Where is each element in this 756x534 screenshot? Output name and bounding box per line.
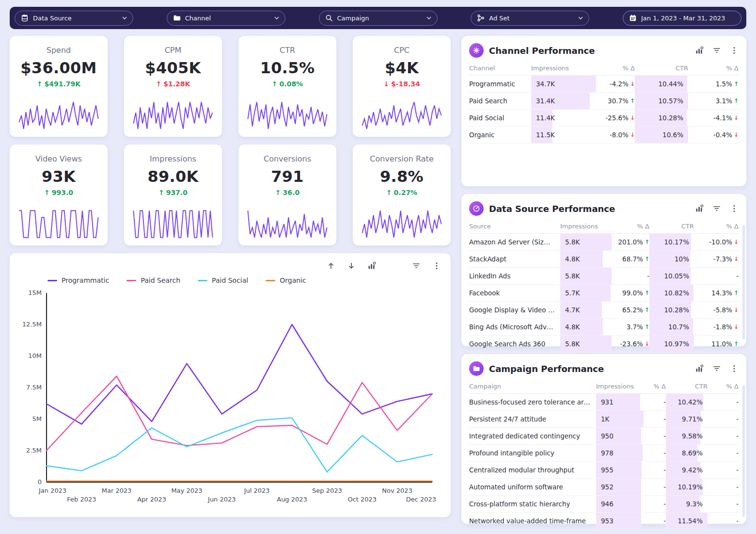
table-row[interactable]: Facebook5.7K99.0%↑10.82%14.3%↑ [469, 285, 739, 302]
chart-settings-icon[interactable] [367, 261, 376, 270]
delta-cell: - [694, 268, 739, 284]
value-bar-cell: 952 [596, 479, 644, 495]
filter-icon[interactable] [712, 204, 721, 213]
kebab-menu-icon[interactable] [730, 364, 739, 373]
kpi-value: 93K [42, 167, 76, 186]
legend-swatch [266, 280, 275, 281]
ad-set-filter[interactable]: Ad Set [471, 11, 589, 26]
filter-icon[interactable] [712, 364, 721, 373]
column-header: % Δ [688, 61, 739, 75]
table-row[interactable]: Programmatic34.7K-4.2%↓10.44%1.5%↑ [469, 76, 739, 93]
delta-value: - [736, 500, 739, 508]
channel-filter[interactable]: Channel [167, 11, 285, 26]
row-label: Organic [469, 127, 531, 143]
filter-icon[interactable] [412, 261, 421, 270]
kebab-menu-icon[interactable] [730, 46, 739, 55]
kebab-menu-icon[interactable] [432, 261, 441, 270]
legend-item[interactable]: Paid Search [126, 276, 180, 284]
kpi-value: $4K [385, 59, 419, 77]
legend-item[interactable]: Organic [266, 276, 306, 284]
delta-value: -5.8% [713, 306, 732, 314]
arrow-down-icon[interactable] [347, 261, 356, 270]
cell-value: 11.54% [673, 517, 708, 525]
delta-value: - [736, 449, 739, 457]
svg-text:Jul 2023: Jul 2023 [244, 487, 270, 494]
kpi-title: Video Views [35, 154, 82, 163]
kpi-delta: ↑$1.28K [156, 80, 190, 88]
table-row[interactable]: Organic11.5K-8.0%↓10.6%-0.4%↓ [469, 127, 739, 144]
column-header: CTR [635, 61, 688, 75]
chevron-down-icon [274, 16, 279, 20]
delta-cell: -7.3%↓ [694, 251, 739, 267]
chart-settings-icon[interactable] [695, 204, 704, 213]
kpi-value: $36.00M [20, 59, 96, 77]
table-row[interactable]: Google Display & Video 3604.7K65.2%↑10.2… [469, 302, 739, 319]
arrow-up-icon[interactable] [327, 261, 335, 270]
row-label: Programmatic [469, 76, 531, 92]
table-row[interactable]: Integrated dedicated contingency950-9.58… [469, 428, 739, 445]
kpi-value: 10.5% [260, 59, 315, 77]
kpi-card-impressions: Impressions 89.0K ↑937.0 [124, 145, 222, 245]
line-chart[interactable]: 02.5M5M7.5M10M12.5M15MJan 2023Feb 2023Ma… [19, 288, 440, 507]
value-bar-cell: 931 [596, 394, 644, 410]
cell-value: 10.42% [673, 398, 708, 406]
table-row[interactable]: Automated uniform software952-10.19%- [469, 479, 739, 496]
sparkline-chart [246, 100, 329, 131]
cell-value: 955 [596, 466, 618, 474]
table-row[interactable]: Bing Ads (Microsoft Advert...4.8K3.7%↑10… [469, 319, 739, 336]
row-label: Business-focused zero tolerance arch... [469, 394, 596, 410]
kpi-card-cpc: CPC $4K ↓$-18.34 [353, 36, 451, 137]
legend-item[interactable]: Paid Social [198, 276, 248, 284]
table-row[interactable]: Paid Search31.4K30.7%↑10.57%3.1%↑ [469, 93, 739, 110]
campaign-filter[interactable]: Campaign [319, 11, 438, 26]
chart-settings-icon[interactable] [695, 364, 704, 373]
table-row[interactable]: Cross-platform static hierarchy946-9.3%- [469, 496, 739, 513]
kpi-delta-value: $-18.34 [391, 80, 420, 88]
svg-text:12.5M: 12.5M [22, 321, 42, 328]
filter-icon[interactable] [712, 46, 721, 55]
delta-cell: - [644, 428, 666, 444]
cell-value: 978 [596, 449, 618, 457]
svg-text:2.5M: 2.5M [26, 447, 42, 454]
cell-value: 9.71% [677, 415, 708, 423]
table-row[interactable]: Centralized modular throughput955-9.42%- [469, 462, 739, 479]
kpi-delta: ↑0.27% [386, 189, 417, 196]
table-row[interactable]: Google Search Ads 3605.8K-23.6%↓10.97%11… [469, 336, 739, 353]
value-bar-cell: 4.7K [560, 302, 612, 318]
table-row[interactable]: LinkedIn Ads5.8K-10.05%- [469, 268, 739, 285]
cell-value: 10.57% [654, 97, 688, 105]
value-bar-cell: 950 [596, 428, 644, 444]
cell-value: 5.8K [560, 238, 584, 246]
cell-value: 10.44% [654, 80, 688, 88]
folder-icon [469, 361, 484, 376]
delta-cell: - [708, 462, 739, 478]
panel-title: Campaign Performance [489, 364, 690, 374]
table-row[interactable]: Paid Social11.4K-25.6%↓10.28%-4.1%↓ [469, 110, 739, 127]
data-source-filter[interactable]: Data Source [15, 11, 133, 26]
chevron-down-icon [122, 16, 127, 20]
table-row[interactable]: Persistent 24/7 attitude1K-9.71%- [469, 411, 739, 428]
delta-value: 14.3% [711, 289, 732, 297]
chart-settings-icon[interactable] [695, 46, 704, 55]
table-row[interactable]: Profound intangible policy978-8.69%- [469, 445, 739, 462]
table-row[interactable]: StackAdapt4.8K68.7%↑10%-7.3%↓ [469, 251, 739, 268]
scrollbar[interactable] [742, 385, 745, 517]
down-arrow-icon: ↓ [630, 81, 635, 87]
column-header: % Δ [612, 219, 649, 233]
delta-value: -8.0% [610, 131, 629, 139]
row-label: Centralized modular throughput [469, 462, 596, 478]
table-row[interactable]: Networked value-added time-frame953-11.5… [469, 513, 739, 530]
kebab-menu-icon[interactable] [730, 204, 739, 213]
delta-cell: -4.1%↓ [688, 110, 739, 126]
table-row[interactable]: Business-focused zero tolerance arch...9… [469, 394, 739, 411]
value-bar-cell: 9.42% [666, 462, 708, 478]
date-range-picker[interactable]: Jan 1, 2023 - Mar 31, 2023 [623, 11, 741, 26]
delta-cell: - [644, 445, 666, 461]
flower-icon [469, 43, 484, 58]
table-header-row: ChannelImpressions% ΔCTR% Δ [469, 61, 739, 76]
table-row[interactable]: Amazon Ad Server (Sizme...5.8K201.0%↑10.… [469, 234, 739, 251]
scrollbar[interactable] [742, 225, 745, 340]
kpi-card-conversions: Conversions 791 ↑36.0 [238, 145, 336, 245]
legend-item[interactable]: Programmatic [47, 276, 109, 284]
legend-label: Paid Social [212, 276, 248, 284]
